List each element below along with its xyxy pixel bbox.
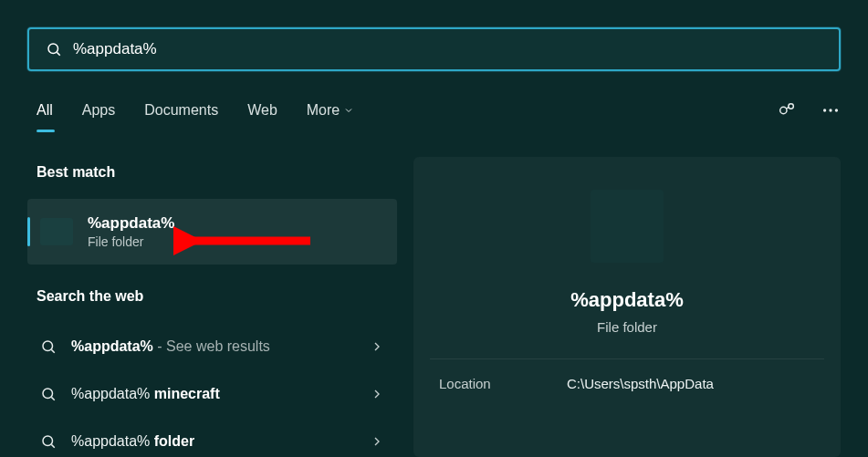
preview-panel: %appdata% File folder Location C:\Users\… [413,157,841,457]
divider [430,358,824,359]
chevron-right-icon [370,339,384,354]
selection-accent [27,217,30,246]
results-panel: Best match %appdata% File folder Search … [27,164,397,457]
tab-more[interactable]: More [307,102,354,119]
search-tabs: All Apps Documents Web More [37,102,354,119]
folder-icon [40,218,73,245]
tab-web[interactable]: Web [247,102,277,119]
tab-all[interactable]: All [37,102,53,119]
chevron-right-icon [370,434,384,449]
search-web-heading: Search the web [37,288,397,305]
web-result-text: %appdata% - See web results [71,338,370,355]
svg-point-0 [48,44,58,54]
best-match-item[interactable]: %appdata% File folder [27,199,397,265]
focus-assist-icon[interactable] [777,100,797,120]
svg-point-3 [789,104,794,109]
web-result-row[interactable]: %appdata% minecraft [27,370,397,418]
search-icon [40,386,57,402]
tab-active-indicator [37,130,55,132]
svg-line-8 [51,349,54,352]
svg-point-9 [43,389,53,399]
svg-line-10 [51,397,54,400]
best-match-subtitle: File folder [88,234,174,249]
preview-location-row: Location C:\Users\spsth\AppData [413,376,841,391]
best-match-title: %appdata% [88,214,174,233]
svg-point-6 [835,109,838,111]
search-icon [46,41,62,57]
search-box[interactable] [27,27,841,71]
search-input[interactable] [73,40,839,58]
web-result-row[interactable]: %appdata% folder [27,418,397,457]
svg-point-7 [43,341,53,351]
preview-subtitle: File folder [413,319,841,335]
search-icon [40,338,57,355]
svg-line-12 [51,444,54,447]
web-result-text: %appdata% folder [71,433,370,450]
chevron-down-icon [343,105,354,116]
svg-point-11 [43,436,53,446]
svg-line-1 [57,52,59,55]
svg-point-5 [829,109,831,111]
web-result-text: %appdata% minecraft [71,386,370,402]
svg-point-2 [780,107,787,113]
preview-title: %appdata% [413,288,841,312]
preview-thumbnail [591,190,664,263]
tab-documents[interactable]: Documents [144,102,218,119]
preview-location-label: Location [439,376,567,391]
tab-apps[interactable]: Apps [82,102,115,119]
preview-location-value: C:\Users\spsth\AppData [567,376,714,391]
chevron-right-icon [370,387,384,401]
web-result-row[interactable]: %appdata% - See web results [27,323,397,370]
svg-point-4 [823,109,826,111]
tab-more-label: More [307,102,340,119]
best-match-heading: Best match [37,164,397,181]
search-icon [40,433,57,450]
header-actions [777,100,841,120]
more-options-icon[interactable] [821,100,841,120]
